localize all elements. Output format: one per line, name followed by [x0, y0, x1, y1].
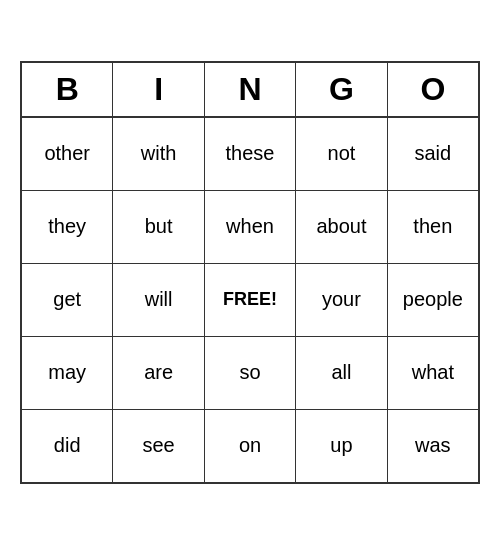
bingo-card: BINGO otherwiththesenotsaidtheybutwhenab…: [20, 61, 480, 484]
bingo-cell-0-4: said: [388, 118, 478, 190]
bingo-cell-0-2: these: [205, 118, 296, 190]
bingo-row-2: getwillFREE!yourpeople: [22, 264, 478, 337]
header-cell-b: B: [22, 63, 113, 118]
bingo-cell-4-0: did: [22, 410, 113, 482]
bingo-header: BINGO: [22, 63, 478, 118]
header-cell-o: O: [388, 63, 478, 118]
bingo-cell-3-3: all: [296, 337, 387, 409]
bingo-cell-2-2: FREE!: [205, 264, 296, 336]
bingo-cell-1-1: but: [113, 191, 204, 263]
bingo-cell-2-4: people: [388, 264, 478, 336]
header-cell-i: I: [113, 63, 204, 118]
bingo-cell-3-0: may: [22, 337, 113, 409]
header-cell-g: G: [296, 63, 387, 118]
bingo-cell-3-2: so: [205, 337, 296, 409]
bingo-row-4: didseeonupwas: [22, 410, 478, 482]
bingo-row-3: mayaresoallwhat: [22, 337, 478, 410]
bingo-cell-0-3: not: [296, 118, 387, 190]
bingo-cell-4-1: see: [113, 410, 204, 482]
bingo-row-0: otherwiththesenotsaid: [22, 118, 478, 191]
bingo-cell-1-3: about: [296, 191, 387, 263]
bingo-cell-4-3: up: [296, 410, 387, 482]
bingo-cell-4-2: on: [205, 410, 296, 482]
bingo-cell-4-4: was: [388, 410, 478, 482]
bingo-cell-0-0: other: [22, 118, 113, 190]
bingo-cell-0-1: with: [113, 118, 204, 190]
bingo-cell-1-0: they: [22, 191, 113, 263]
bingo-row-1: theybutwhenaboutthen: [22, 191, 478, 264]
bingo-body: otherwiththesenotsaidtheybutwhenaboutthe…: [22, 118, 478, 482]
bingo-cell-2-3: your: [296, 264, 387, 336]
bingo-cell-2-0: get: [22, 264, 113, 336]
bingo-cell-3-1: are: [113, 337, 204, 409]
bingo-cell-2-1: will: [113, 264, 204, 336]
bingo-cell-3-4: what: [388, 337, 478, 409]
bingo-cell-1-4: then: [388, 191, 478, 263]
header-cell-n: N: [205, 63, 296, 118]
bingo-cell-1-2: when: [205, 191, 296, 263]
